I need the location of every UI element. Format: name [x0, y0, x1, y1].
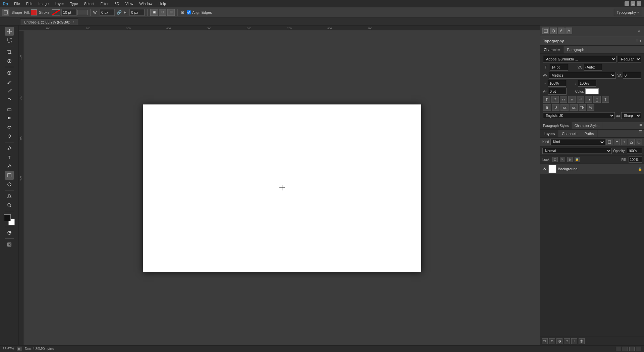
- stroke-style-picker[interactable]: [77, 10, 88, 15]
- screen-mode-btn[interactable]: [5, 240, 14, 249]
- lock-artboard-btn[interactable]: ⊕: [567, 157, 573, 162]
- style-super-btn[interactable]: T²: [577, 96, 584, 103]
- shape-tool[interactable]: [5, 171, 14, 180]
- layers-tab[interactable]: Layers: [540, 130, 558, 137]
- character-tab[interactable]: Character: [540, 46, 564, 53]
- add-style-btn[interactable]: fx: [542, 338, 548, 344]
- smart-filter-btn[interactable]: [636, 139, 642, 145]
- brush-tool[interactable]: [5, 78, 14, 86]
- menu-select[interactable]: Select: [82, 1, 97, 6]
- crop-tool[interactable]: [5, 48, 14, 56]
- feature-tnum-btn[interactable]: TN: [579, 104, 586, 111]
- quick-mask-btn[interactable]: [5, 228, 14, 237]
- stroke-swatch[interactable]: [52, 9, 60, 15]
- distribute-btn[interactable]: ⊟: [159, 9, 166, 16]
- baseline-input[interactable]: [548, 88, 567, 95]
- doc-tab-close[interactable]: ×: [72, 20, 74, 24]
- ellipse-tool[interactable]: [5, 180, 14, 189]
- selection-tool[interactable]: [5, 36, 14, 45]
- new-layer-btn[interactable]: +: [571, 338, 577, 344]
- menu-view[interactable]: View: [123, 1, 136, 6]
- anti-alias-select[interactable]: Sharp Crisp Strong Smooth None: [621, 112, 641, 119]
- language-select[interactable]: English: UK: [543, 112, 615, 119]
- panel-btn-1[interactable]: [542, 28, 549, 34]
- channels-tab[interactable]: Channels: [558, 130, 581, 137]
- add-mask-btn[interactable]: ⊙: [549, 338, 555, 344]
- typography-dropdown[interactable]: Typography ▾: [614, 9, 642, 16]
- style-underline-btn[interactable]: T: [593, 96, 601, 103]
- zoom-info-btn[interactable]: [17, 347, 22, 351]
- style-caps-btn[interactable]: TT: [560, 96, 567, 103]
- close-button[interactable]: ×: [637, 1, 641, 6]
- text-color-swatch[interactable]: [585, 88, 599, 94]
- status-btn-4[interactable]: [636, 347, 641, 351]
- menu-3d[interactable]: 3D: [112, 1, 122, 6]
- width-input[interactable]: [100, 9, 115, 16]
- stroke-width-input[interactable]: [61, 9, 76, 16]
- feature-aa-btn[interactable]: aa: [560, 104, 569, 111]
- arrange-btn[interactable]: ⊞: [167, 9, 175, 16]
- add-group-btn[interactable]: □: [564, 338, 570, 344]
- zoom-tool[interactable]: [5, 201, 14, 210]
- doc-tab[interactable]: Untitled-1 @ 66.7% (RGB/8) ×: [20, 18, 78, 25]
- restore-button[interactable]: □: [631, 1, 635, 6]
- typography-collapse-btn[interactable]: ▾: [640, 39, 641, 43]
- menu-help[interactable]: Help: [156, 1, 169, 6]
- shape-filter-btn[interactable]: [629, 139, 635, 145]
- leading-input[interactable]: [584, 64, 602, 71]
- font-family-select[interactable]: Adobe Gurmukhi ...: [543, 56, 616, 62]
- adjustment-filter-btn[interactable]: [614, 139, 620, 145]
- move-tool[interactable]: [5, 27, 14, 36]
- foreground-color-swatch[interactable]: [4, 214, 11, 221]
- tracking-input[interactable]: [623, 72, 641, 79]
- type-tool[interactable]: T: [5, 153, 14, 162]
- gradient-tool[interactable]: [5, 114, 14, 123]
- clone-stamp-tool[interactable]: [5, 87, 14, 95]
- panel-btn-2[interactable]: [550, 28, 557, 34]
- vscale-input[interactable]: [578, 80, 596, 87]
- dodge-tool[interactable]: [5, 132, 14, 141]
- height-input[interactable]: [129, 9, 145, 16]
- settings-icon[interactable]: ⚙: [180, 10, 185, 15]
- minimize-button[interactable]: _: [625, 1, 629, 6]
- canvas-document[interactable]: [143, 104, 421, 272]
- menu-window[interactable]: Window: [137, 1, 155, 6]
- panel-collapse-btn[interactable]: «: [636, 28, 642, 34]
- hscale-input[interactable]: [548, 80, 566, 87]
- lock-all-btn[interactable]: 🔒: [575, 157, 580, 162]
- feature-rotate-btn[interactable]: ↺: [552, 104, 559, 111]
- layers-options-btn[interactable]: ☰: [637, 130, 644, 137]
- spot-healing-tool[interactable]: [5, 69, 14, 77]
- eraser-tool[interactable]: [5, 105, 14, 114]
- menu-filter[interactable]: Filter: [98, 1, 111, 6]
- menu-layer[interactable]: Layer: [52, 1, 67, 6]
- panel-btn-4[interactable]: [566, 28, 572, 34]
- blur-tool[interactable]: [5, 123, 14, 132]
- style-smallcaps-btn[interactable]: Tt: [568, 96, 576, 103]
- link-icon[interactable]: 🔗: [117, 10, 122, 15]
- status-btn-3[interactable]: [629, 347, 635, 351]
- lock-position-btn[interactable]: ✎: [560, 157, 565, 162]
- menu-file[interactable]: File: [11, 1, 23, 6]
- style-italic-btn[interactable]: T: [551, 96, 559, 103]
- pixel-filter-btn[interactable]: [606, 139, 612, 145]
- style-sub-btn[interactable]: T₂: [585, 96, 592, 103]
- typography-options-btn[interactable]: ☰: [636, 39, 639, 43]
- feature-fi-btn[interactable]: fi: [543, 104, 551, 111]
- paragraph-styles-tab[interactable]: Paragraph Styles: [540, 122, 572, 129]
- lock-pixels-btn[interactable]: ⊡: [552, 157, 558, 162]
- menu-image[interactable]: Image: [36, 1, 52, 6]
- styles-options-btn[interactable]: ☰: [638, 122, 644, 129]
- align-edges-checkbox[interactable]: [187, 10, 191, 14]
- pen-tool[interactable]: [5, 144, 14, 152]
- character-styles-tab[interactable]: Character Styles: [572, 122, 602, 129]
- opacity-input[interactable]: [627, 148, 642, 154]
- add-adjustment-btn[interactable]: ◑: [556, 338, 562, 344]
- align-top-btn[interactable]: ▣: [150, 9, 158, 16]
- style-bold-btn[interactable]: T: [543, 96, 550, 103]
- feature-frac-btn[interactable]: ½: [587, 104, 594, 111]
- font-style-select[interactable]: Regular: [618, 56, 641, 62]
- blend-mode-select[interactable]: Normal: [542, 148, 612, 154]
- menu-edit[interactable]: Edit: [23, 1, 35, 6]
- style-strike-btn[interactable]: T: [602, 96, 609, 103]
